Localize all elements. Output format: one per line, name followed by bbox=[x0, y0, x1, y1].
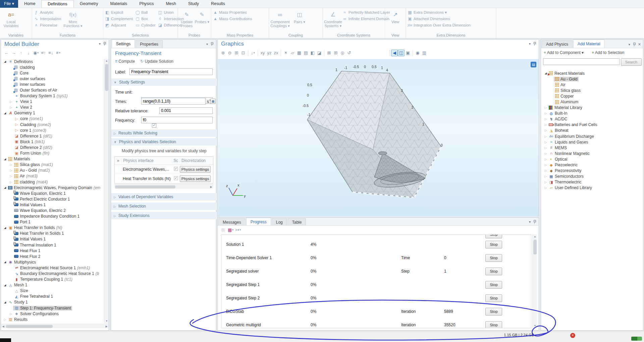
ribbon-button-ball[interactable]: ◯Ball bbox=[135, 9, 155, 15]
tree-item-geometry-1[interactable]: ◢AGeometry 1 bbox=[1, 110, 104, 116]
tree-item-ac-dc[interactable]: ▷↯AC/DC bbox=[542, 116, 642, 122]
tree-item-semiconductors[interactable]: ▷▦Semiconductors bbox=[542, 174, 642, 179]
panel-menu-icon[interactable]: ▾ bbox=[206, 42, 208, 46]
tree-item-core[interactable]: Core bbox=[1, 70, 104, 76]
expand-arrow-icon[interactable]: ▷ bbox=[544, 175, 548, 178]
stop-button-partial[interactable]: Stop bbox=[485, 234, 502, 238]
tree-item-study-1[interactable]: ◢∿Study 1 bbox=[1, 299, 104, 305]
tab-messages[interactable]: Messages bbox=[218, 218, 246, 225]
ribbon-button-complement[interactable]: ◨Complement bbox=[105, 15, 133, 22]
section-study-extensions[interactable]: ▷Study Extensions bbox=[111, 212, 217, 219]
panel-menu-icon[interactable]: ▾ bbox=[99, 42, 101, 46]
ribbon-tab-home[interactable]: Home bbox=[18, 0, 41, 8]
expand-arrow-icon[interactable]: ▷ bbox=[544, 106, 548, 109]
tree-item-multiphysics[interactable]: ◢◉Multiphysics bbox=[1, 259, 104, 265]
expand-arrow-icon[interactable]: ▷ bbox=[544, 123, 548, 126]
add-to-component-button[interactable]: + Add to Component ▾ bbox=[544, 50, 584, 55]
add-to-selection-button[interactable]: + Add to Selection bbox=[592, 50, 624, 55]
tree-item-boundary-electromagnetic-heat-source-1[interactable]: ⇘Boundary Electromagnetic Heat Source 1(… bbox=[1, 271, 104, 276]
ribbon-button-coordinate-systems[interactable]: ∠Coordinate Systems ▾ bbox=[324, 9, 342, 28]
ribbon-button-mass-contributions[interactable]: ▲Mass Contributions bbox=[213, 15, 252, 22]
tree-item-cladding[interactable]: ▷Cladding(cone2) bbox=[1, 122, 104, 127]
go-to-xy-view-icon[interactable]: xy bbox=[259, 50, 266, 56]
tree-item-initial-values-1[interactable]: Initial Values 1 bbox=[1, 202, 104, 208]
show-material-color-icon[interactable]: ◧ bbox=[309, 50, 316, 56]
ribbon-button-cylinder[interactable]: ▭Cylinder bbox=[135, 22, 155, 28]
model-tree-node-text-icon[interactable]: ≡▾ bbox=[55, 50, 61, 56]
pin-icon[interactable] bbox=[533, 42, 536, 46]
ribbon-button-interpolation[interactable]: ∿Interpolation bbox=[34, 15, 61, 22]
stop-button[interactable]: Stop bbox=[485, 241, 502, 248]
expand-arrow-icon[interactable]: ◢ bbox=[3, 158, 7, 161]
ribbon-button-fx[interactable]: f(x)More Functions ▾ bbox=[63, 9, 83, 28]
ribbon-button-piecewise[interactable]: ∧Piecewise bbox=[34, 22, 61, 28]
physics-settings-button[interactable]: Physics settings bbox=[180, 175, 211, 182]
stop-button[interactable]: Stop bbox=[485, 254, 502, 262]
expand-arrow-icon[interactable]: ◢ bbox=[3, 186, 7, 189]
tree-item-outer-surfaces-of-air[interactable]: Outer Surfaces of Air bbox=[1, 87, 104, 93]
section-study-settings[interactable]: ▼Study Settings bbox=[111, 78, 217, 86]
tree-item-recent-materials[interactable]: ◢Recent Materials bbox=[542, 70, 642, 76]
tab-table[interactable]: Table bbox=[288, 218, 306, 225]
tab-progress[interactable]: Progress bbox=[246, 218, 271, 225]
expand-arrow-icon[interactable]: ◢ bbox=[3, 284, 7, 287]
wireframe-rendering-icon[interactable]: ▦ bbox=[296, 50, 303, 56]
tree-item-form-union[interactable]: ▣Form Union(fin) bbox=[1, 151, 104, 156]
reset-hiding-icon[interactable]: ↺ bbox=[346, 50, 353, 56]
plot-tools-icon[interactable]: ▤ bbox=[531, 62, 536, 67]
tree-item-cladding[interactable]: cladding bbox=[1, 64, 104, 70]
hide-objects-icon[interactable]: ◪ bbox=[316, 50, 323, 56]
ribbon-button-extra-dimensions[interactable]: ▦Extra Dimensions ▾ bbox=[407, 9, 471, 15]
tree-item-heat-flux-1[interactable]: Heat Flux 1 bbox=[1, 248, 104, 253]
tree-item-core-1[interactable]: ▷core 1(cone3) bbox=[1, 127, 104, 133]
go-to-yz-view-icon[interactable]: yz bbox=[266, 50, 273, 56]
expand-arrow-icon[interactable]: ▷ bbox=[9, 163, 13, 166]
tree-item-au-gold[interactable]: ▷Au - Gold(mat2) bbox=[1, 168, 104, 173]
tree-item-definitions[interactable]: ◢≡Definitions bbox=[1, 59, 104, 64]
expand-arrow-icon[interactable]: ▷ bbox=[9, 180, 13, 184]
tree-item-impedance-boundary-condition-1[interactable]: Impedance Boundary Condition 1 bbox=[1, 214, 104, 219]
move-down-icon[interactable]: ↓ bbox=[25, 50, 32, 56]
expand-arrow-icon[interactable]: ▷ bbox=[9, 106, 13, 109]
go-forward-icon[interactable]: → bbox=[10, 50, 17, 56]
graphics-view[interactable]: z x y 1-1-0.500.51432100.50-0.5-1 ▤ bbox=[218, 59, 539, 216]
zoom-out-icon[interactable]: ⊖ bbox=[226, 50, 233, 56]
model-builder-hscrollbar[interactable]: ◀▶ bbox=[1, 324, 109, 328]
tree-item-air[interactable]: Air bbox=[542, 82, 642, 88]
relative-tolerance-input[interactable] bbox=[159, 107, 213, 114]
ribbon-button-pairs[interactable]: ◫Pairs ▾ bbox=[290, 9, 309, 24]
expand-arrow-icon[interactable]: ▷ bbox=[544, 112, 548, 115]
tree-item-mesh-1[interactable]: ◢◬Mesh 1 bbox=[1, 282, 104, 288]
expand-arrow-icon[interactable]: ▷ bbox=[544, 180, 548, 184]
ribbon-tab-physics[interactable]: Physics bbox=[133, 0, 160, 8]
expand-arrow-icon[interactable]: ▷ bbox=[544, 152, 548, 155]
expand-arrow-icon[interactable]: ◢ bbox=[3, 60, 7, 63]
table-expander-button[interactable]: » bbox=[115, 158, 121, 163]
ribbon-button-attached-dimensions[interactable]: ▣Attached Dimensions bbox=[407, 15, 471, 22]
tree-item-initial-values-1[interactable]: Initial Values 1 bbox=[1, 236, 104, 242]
search-button[interactable]: Search bbox=[621, 58, 642, 66]
solve-checkbox[interactable] bbox=[172, 167, 180, 172]
ribbon-button-box[interactable]: ▢Box bbox=[135, 15, 155, 22]
tree-item-thermoelectric[interactable]: ▷◨Thermoelectric bbox=[542, 179, 642, 185]
tab-settings[interactable]: Settings bbox=[112, 40, 135, 48]
ribbon-button-probes[interactable]: ✎Probes ▾ bbox=[195, 9, 210, 24]
expand-arrow-icon[interactable]: ▷ bbox=[544, 146, 548, 150]
tree-item-view-1[interactable]: ▷⌖View 1 bbox=[1, 99, 104, 105]
tree-item-size[interactable]: △Size bbox=[1, 288, 104, 294]
section-physics-variables[interactable]: ▼Physics and Variables Selection bbox=[111, 138, 217, 146]
physics-table-row[interactable]: Heat Transfer in Solids (ht)Physics sett… bbox=[115, 174, 213, 183]
show-plot-toolbar-icon[interactable]: ◀ bbox=[391, 50, 398, 56]
stop-button[interactable]: Stop bbox=[485, 321, 502, 328]
ribbon-button-a-equals[interactable]: a=Local Variables bbox=[1, 9, 21, 28]
tree-item-batteries-and-fuel-cells[interactable]: ▷Batteries and Fuel Cells bbox=[542, 122, 642, 128]
tree-item-difference-1[interactable]: ◪Difference 1(dif1) bbox=[1, 133, 104, 139]
ribbon-button-integration-extra[interactable]: ∫dwIntegration Over Extra Dimension bbox=[407, 22, 471, 28]
expand-arrow-icon[interactable]: ▷ bbox=[544, 117, 548, 121]
expand-arrow-icon[interactable]: ▷ bbox=[3, 318, 7, 321]
close-icon[interactable]: ✕ bbox=[638, 42, 641, 47]
tab-properties[interactable]: Properties bbox=[136, 40, 163, 48]
tree-item-mems[interactable]: ▷#MEMS bbox=[542, 145, 642, 151]
stop-button[interactable]: Stop bbox=[485, 268, 502, 275]
tree-item-silica-glass[interactable]: Silica glass bbox=[542, 88, 642, 93]
